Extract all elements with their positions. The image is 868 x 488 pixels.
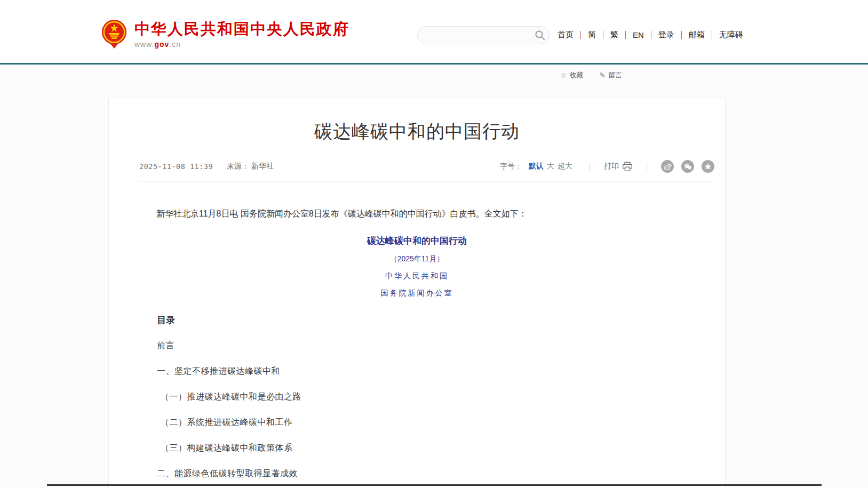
lead-paragraph: 新华社北京11月8日电 国务院新闻办公室8日发布《碳达峰碳中和的中国行动》白皮书… <box>139 206 695 221</box>
printer-icon <box>622 162 633 172</box>
toc-item: 二、能源绿色低碳转型取得显著成效 <box>157 468 695 479</box>
top-nav-item: 首页 <box>558 30 574 40</box>
font-size-option[interactable]: 默认 <box>529 162 544 170</box>
search-icon <box>535 30 545 41</box>
print-label: 打印 <box>604 162 619 171</box>
search-button[interactable] <box>531 26 549 44</box>
top-nav-link[interactable]: 繁 <box>610 30 618 40</box>
article-card: 碳达峰碳中和的中国行动 2025-11-08 11:39 来源： 新华社 字号：… <box>108 98 726 488</box>
bottom-edge-line <box>47 484 822 486</box>
doc-issuer-line2: 国务院新闻办公室 <box>139 289 695 298</box>
article-content: 新华社北京11月8日电 国务院新闻办公室8日发布《碳达峰碳中和的中国行动》白皮书… <box>109 206 725 488</box>
page-actions: ☆ 收藏 ✎ 留言 <box>560 70 622 80</box>
top-nav-item: 无障碍 <box>705 30 743 40</box>
top-nav-item: 邮箱 <box>674 30 705 40</box>
comment-button[interactable]: ✎ 留言 <box>600 70 623 80</box>
toc-item: 前言 <box>157 340 695 351</box>
font-size-option[interactable]: 大 <box>547 162 554 170</box>
share-more-star-icon[interactable] <box>702 160 714 173</box>
font-size-options: 默认大超大 <box>529 162 576 171</box>
article-title: 碳达峰碳中和的中国行动 <box>109 119 725 144</box>
top-nav-link[interactable]: 登录 <box>658 30 674 40</box>
publish-date: 2025-11-08 11:39 <box>139 162 213 171</box>
search-box <box>417 26 550 44</box>
site-url-prefix: www. <box>134 40 154 49</box>
site-title: 中华人民共和国中央人民政府 <box>134 20 349 38</box>
doc-title: 碳达峰碳中和的中国行动 <box>139 235 695 247</box>
comment-label: 留言 <box>608 70 622 80</box>
doc-date-line: （2025年11月） <box>139 254 695 264</box>
separator <box>647 163 647 171</box>
toc-item: （二）系统推进碳达峰碳中和工作 <box>157 417 695 428</box>
font-size-option[interactable]: 超大 <box>558 162 572 170</box>
toc-item: （三）构建碳达峰碳中和政策体系 <box>157 443 695 454</box>
article-meta-row: 2025-11-08 11:39 来源： 新华社 字号： 默认大超大 打印 <box>139 160 714 182</box>
share-group <box>661 160 714 173</box>
top-nav-item: 繁 <box>596 30 618 40</box>
top-nav-link[interactable]: 首页 <box>558 30 574 40</box>
site-url-suffix: .cn <box>169 40 181 49</box>
toc-heading: 目录 <box>157 314 695 326</box>
meta-left: 2025-11-08 11:39 来源： 新华社 <box>139 162 274 171</box>
top-nav-link[interactable]: 邮箱 <box>689 30 705 40</box>
favorite-button[interactable]: ☆ 收藏 <box>560 70 584 80</box>
site-url-highlight: gov <box>154 40 169 49</box>
top-nav-link[interactable]: EN <box>633 30 644 39</box>
page: 中华人民共和国中央人民政府 www.gov.cn 首页 简 繁 EN <box>0 0 868 488</box>
source-value: 新华社 <box>251 162 274 170</box>
site-logo[interactable]: 中华人民共和国中央人民政府 www.gov.cn <box>101 19 349 49</box>
toc-item: （一）推进碳达峰碳中和是必由之路 <box>157 391 695 403</box>
top-nav-item: 简 <box>574 30 596 40</box>
share-wechat-icon[interactable] <box>681 160 694 173</box>
source: 来源： 新华社 <box>227 162 274 171</box>
doc-issuer-line1: 中华人民共和国 <box>139 271 695 281</box>
pencil-icon: ✎ <box>600 71 606 79</box>
separator <box>590 163 590 171</box>
print-button[interactable]: 打印 <box>604 162 633 172</box>
top-nav: 首页 简 繁 EN 登录 邮箱 无障碍 <box>558 30 743 40</box>
top-nav-link[interactable]: 无障碍 <box>719 30 743 40</box>
site-header: 中华人民共和国中央人民政府 www.gov.cn 首页 简 繁 EN <box>0 0 868 63</box>
meta-right: 字号： 默认大超大 打印 <box>500 160 714 173</box>
top-nav-link[interactable]: 简 <box>588 30 596 40</box>
toc-block: 目录 前言 一、坚定不移推进碳达峰碳中和 （一）推进碳达峰碳中和是必由之路 （二… <box>157 314 695 488</box>
share-weibo-icon[interactable] <box>661 160 674 173</box>
site-title-block: 中华人民共和国中央人民政府 www.gov.cn <box>134 19 349 49</box>
source-label: 来源： <box>227 162 249 170</box>
national-emblem-icon <box>101 19 127 49</box>
star-outline-icon: ☆ <box>560 71 567 79</box>
toc-list: 前言 一、坚定不移推进碳达峰碳中和 （一）推进碳达峰碳中和是必由之路 （二）系统… <box>157 340 695 488</box>
search-input[interactable] <box>418 27 531 44</box>
site-url: www.gov.cn <box>134 40 349 49</box>
top-nav-item: EN <box>618 30 644 39</box>
toc-item: 一、坚定不移推进碳达峰碳中和 <box>157 366 695 377</box>
top-nav-item: 登录 <box>644 30 674 40</box>
page-body: ☆ 收藏 ✎ 留言 碳达峰碳中和的中国行动 2025-11-08 11:39 来… <box>0 65 868 488</box>
favorite-label: 收藏 <box>570 70 584 80</box>
font-size-label: 字号： <box>500 162 522 171</box>
